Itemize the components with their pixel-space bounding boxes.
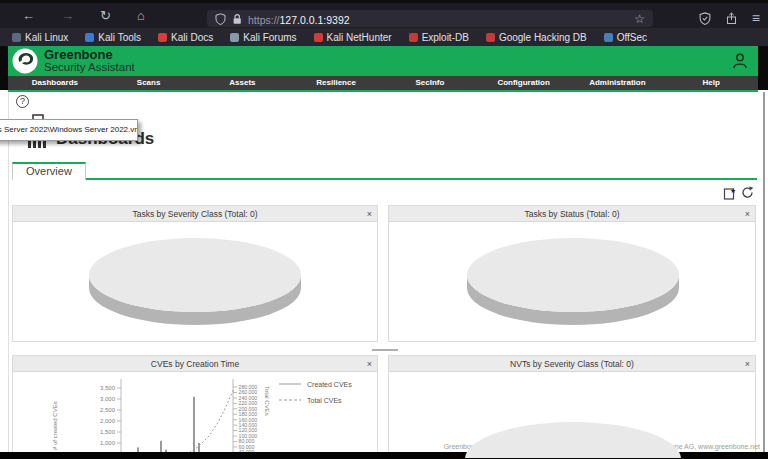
url-bar[interactable]: https://127.0.0.1:9392 ☆ bbox=[207, 10, 653, 27]
nav-item-assets[interactable]: Assets bbox=[196, 76, 290, 90]
share-icon[interactable] bbox=[725, 12, 738, 25]
browser-toolbar: ← → ↻ ⌂ https://127.0.0.1:9392 ☆ ≡ bbox=[0, 3, 768, 28]
bookmarks-bar: Kali Linux Kali Tools Kali Docs Kali For… bbox=[0, 28, 768, 46]
vm-screen-left-edge bbox=[0, 46, 8, 90]
panel-title: Tasks by Status (Total: 0) bbox=[525, 209, 620, 219]
bookmark-kali-forums[interactable]: Kali Forums bbox=[230, 32, 296, 43]
svg-text:2,000: 2,000 bbox=[100, 418, 116, 424]
bookmark-kali-docs[interactable]: Kali Docs bbox=[158, 32, 213, 43]
panel-nvts-by-severity: NVTs by Severity Class (Total: 0) × bbox=[388, 355, 756, 459]
panel-title: CVEs by Creation Time bbox=[151, 359, 239, 369]
nav-item-configuration[interactable]: Configuration bbox=[477, 76, 571, 90]
bookmark-label: OffSec bbox=[617, 32, 647, 43]
page-scrollbar[interactable] bbox=[763, 92, 765, 452]
forward-icon[interactable]: → bbox=[61, 9, 74, 22]
help-icon[interactable]: ? bbox=[16, 95, 29, 108]
empty-pie-chart bbox=[389, 372, 756, 459]
bookmark-star-icon[interactable]: ☆ bbox=[634, 12, 645, 26]
tab-green-underline bbox=[12, 178, 757, 180]
tab-overview[interactable]: Overview bbox=[12, 162, 86, 180]
bookmark-exploit-db[interactable]: Exploit-DB bbox=[409, 32, 469, 43]
reload-icon[interactable]: ↻ bbox=[100, 9, 111, 22]
svg-text:1,500: 1,500 bbox=[100, 429, 116, 435]
shield-check-icon[interactable] bbox=[699, 12, 711, 25]
nav-item-dashboards[interactable]: Dashboards bbox=[8, 76, 102, 90]
ghdb-favicon bbox=[486, 33, 495, 42]
svg-text:Total CVEs: Total CVEs bbox=[307, 397, 342, 404]
bookmark-label: Kali NetHunter bbox=[327, 32, 392, 43]
exploit-db-favicon bbox=[409, 33, 418, 42]
url-host: 127.0.0.1:9392 bbox=[280, 14, 350, 26]
panel-tasks-by-status: Tasks by Status (Total: 0) × bbox=[388, 205, 756, 342]
bookmark-label: Exploit-DB bbox=[422, 32, 469, 43]
nav-item-scans[interactable]: Scans bbox=[102, 76, 196, 90]
kali-linux-favicon bbox=[12, 33, 21, 42]
brand-subtitle: Security Assistant bbox=[44, 62, 135, 74]
vm-window-tooltip: ws Server 2022\Windows Server 2022.vmx bbox=[0, 119, 138, 141]
vm-screen-right-edge bbox=[758, 46, 768, 90]
panel-tasks-by-severity: Tasks by Severity Class (Total: 0) × bbox=[12, 205, 378, 342]
panel-title: Tasks by Severity Class (Total: 0) bbox=[132, 209, 257, 219]
panel-header[interactable]: NVTs by Severity Class (Total: 0) × bbox=[389, 356, 755, 372]
row-resize-handle[interactable] bbox=[372, 349, 398, 351]
url-scheme: https:// bbox=[248, 14, 280, 26]
user-icon[interactable] bbox=[732, 52, 748, 70]
bookmark-kali-tools[interactable]: Kali Tools bbox=[85, 32, 141, 43]
screen: ← → ↻ ⌂ https://127.0.0.1:9392 ☆ ≡ Kali … bbox=[0, 0, 768, 459]
offsec-favicon bbox=[604, 33, 613, 42]
close-panel-icon[interactable]: × bbox=[367, 206, 372, 222]
close-panel-icon[interactable]: × bbox=[745, 206, 750, 222]
kali-nethunter-favicon bbox=[314, 33, 323, 42]
svg-text:1,000: 1,000 bbox=[100, 440, 116, 446]
svg-text:# of created CVEs: # of created CVEs bbox=[52, 401, 58, 450]
svg-text:★: ★ bbox=[730, 187, 736, 194]
bookmark-offsec[interactable]: OffSec bbox=[604, 32, 647, 43]
kali-forums-favicon bbox=[230, 33, 239, 42]
panel-header[interactable]: Tasks by Status (Total: 0) × bbox=[389, 206, 755, 222]
svg-text:3,000: 3,000 bbox=[100, 396, 116, 402]
greenbone-logo bbox=[12, 48, 38, 74]
panel-cves-by-creation-time: CVEs by Creation Time × 3,5003,0002,5002… bbox=[12, 355, 378, 459]
reset-dashboard-icon[interactable] bbox=[741, 186, 754, 199]
bookmark-label: Google Hacking DB bbox=[499, 32, 587, 43]
nav-item-administration[interactable]: Administration bbox=[571, 76, 665, 90]
panel-title: NVTs by Severity Class (Total: 0) bbox=[510, 359, 634, 369]
nav-green-underline bbox=[8, 90, 758, 92]
home-icon[interactable]: ⌂ bbox=[137, 9, 145, 22]
nav-item-help[interactable]: Help bbox=[664, 76, 758, 90]
kali-tools-favicon bbox=[85, 33, 94, 42]
bookmark-kali-nethunter[interactable]: Kali NetHunter bbox=[314, 32, 392, 43]
tracking-shield-icon[interactable] bbox=[215, 13, 226, 25]
bookmark-label: Kali Tools bbox=[98, 32, 141, 43]
lock-icon bbox=[232, 13, 242, 25]
brand-name: Greenbone bbox=[44, 48, 135, 61]
url-text: https://127.0.0.1:9392 bbox=[248, 10, 350, 28]
back-icon[interactable]: ← bbox=[22, 9, 35, 22]
kali-docs-favicon bbox=[158, 33, 167, 42]
bookmark-kali-linux[interactable]: Kali Linux bbox=[12, 32, 68, 43]
bookmark-label: Kali Docs bbox=[171, 32, 213, 43]
brand-block: Greenbone Security Assistant bbox=[44, 48, 135, 74]
cve-line-chart: 3,5003,0002,5002,0001,5001,000500280,000… bbox=[13, 370, 379, 459]
gsa-header: Greenbone Security Assistant bbox=[8, 46, 758, 76]
close-panel-icon[interactable]: × bbox=[745, 356, 750, 372]
svg-text:2,500: 2,500 bbox=[100, 407, 116, 413]
bookmark-google-hacking-db[interactable]: Google Hacking DB bbox=[486, 32, 587, 43]
empty-pie-chart bbox=[389, 222, 757, 341]
main-navigation: Dashboards Scans Assets Resilience SecIn… bbox=[8, 76, 758, 90]
svg-text:Total CVEs: Total CVEs bbox=[264, 386, 270, 416]
new-display-icon[interactable]: ★ bbox=[723, 186, 736, 200]
svg-text:3,500: 3,500 bbox=[100, 385, 116, 391]
empty-pie-chart bbox=[13, 222, 377, 341]
bookmark-label: Kali Forums bbox=[243, 32, 296, 43]
bookmark-label: Kali Linux bbox=[25, 32, 68, 43]
nav-item-secinfo[interactable]: SecInfo bbox=[383, 76, 477, 90]
panel-header[interactable]: Tasks by Severity Class (Total: 0) × bbox=[13, 206, 377, 222]
nav-item-resilience[interactable]: Resilience bbox=[289, 76, 383, 90]
menu-icon[interactable]: ≡ bbox=[752, 12, 760, 25]
toolbar-right-icons: ≡ bbox=[699, 8, 760, 28]
content-left-border bbox=[8, 92, 9, 452]
svg-text:Created CVEs: Created CVEs bbox=[307, 381, 352, 388]
